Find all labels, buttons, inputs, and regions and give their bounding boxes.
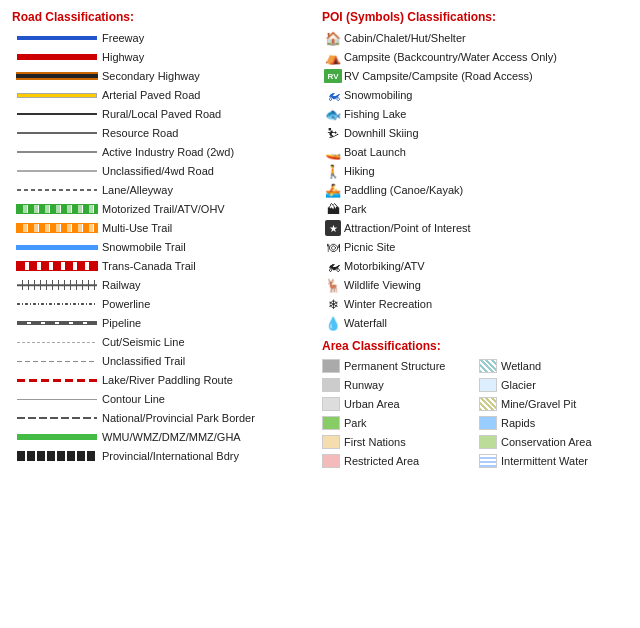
winter-label: Winter Recreation [344,298,432,310]
cutseismic-symbol [12,334,102,350]
contour-symbol [12,391,102,407]
resource-label: Resource Road [102,127,178,139]
paddling-poi-icon: 🚣 [322,183,344,198]
list-item: 🚶 Hiking [322,163,628,179]
list-item: Runway [322,378,471,392]
firstnations-label: First Nations [344,436,406,448]
motorbiking-label: Motorbiking/ATV [344,260,425,272]
list-item: Secondary Highway [12,68,312,84]
runway-label: Runway [344,379,384,391]
multiuse-symbol [12,220,102,236]
list-item: WMU/WMZ/DMZ/MMZ/GHA [12,429,312,445]
skiing-label: Downhill Skiing [344,127,419,139]
list-item: RV RV Campsite/Campsite (Road Access) [322,68,628,84]
park-poi-label: Park [344,203,367,215]
hiking-icon: 🚶 [322,164,344,179]
wmu-label: WMU/WMZ/DMZ/MMZ/GHA [102,431,241,443]
list-item: Freeway [12,30,312,46]
motorized-label: Motorized Trail/ATV/OHV [102,203,225,215]
resource-symbol [12,125,102,141]
list-item: 🏔 Park [322,201,628,217]
rapids-label: Rapids [501,417,535,429]
list-item: Contour Line [12,391,312,407]
rv-icon: RV [322,69,344,83]
wetland-label: Wetland [501,360,541,372]
permanent-swatch [322,359,340,373]
minegravel-swatch [479,397,497,411]
highway-label: Highway [102,51,144,63]
list-item: 🚣 Paddling (Canoe/Kayak) [322,182,628,198]
list-item: Glacier [479,378,628,392]
list-item: 🦌 Wildlife Viewing [322,277,628,293]
list-item: Lane/Alleyway [12,182,312,198]
list-item: Unclassified/4wd Road [12,163,312,179]
rapids-swatch [479,416,497,430]
rv-label: RV Campsite/Campsite (Road Access) [344,70,533,82]
paddling-label: Lake/River Paddling Route [102,374,233,386]
list-item: Railway [12,277,312,293]
list-item: Snowmobile Trail [12,239,312,255]
list-item: 🏍 Motorbiking/ATV [322,258,628,274]
main-layout: Road Classifications: Freeway Highway Se… [12,10,628,471]
park-poi-icon: 🏔 [322,202,344,217]
list-item: Trans-Canada Trail [12,258,312,274]
boatlaunch-label: Boat Launch [344,146,406,158]
list-item: Resource Road [12,125,312,141]
motorbiking-icon: 🏍 [322,259,344,274]
freeway-symbol [12,30,102,46]
waterfall-label: Waterfall [344,317,387,329]
list-item: ★ Attraction/Point of Interest [322,220,628,236]
winter-icon: ❄ [322,297,344,312]
list-item: Restricted Area [322,454,471,468]
list-item: Highway [12,49,312,65]
picnic-label: Picnic Site [344,241,395,253]
list-item: Urban Area [322,397,471,411]
list-item: 🚤 Boat Launch [322,144,628,160]
urban-swatch [322,397,340,411]
transcanada-label: Trans-Canada Trail [102,260,196,272]
list-item: Park [322,416,471,430]
list-item: 💧 Waterfall [322,315,628,331]
list-item: Rapids [479,416,628,430]
firstnations-swatch [322,435,340,449]
intermittent-label: Intermittent Water [501,455,588,467]
pipeline-label: Pipeline [102,317,141,329]
secondary-label: Secondary Highway [102,70,200,82]
attraction-label: Attraction/Point of Interest [344,222,471,234]
paddling-symbol [12,372,102,388]
list-item: Motorized Trail/ATV/OHV [12,201,312,217]
railway-label: Railway [102,279,141,291]
rural-label: Rural/Local Paved Road [102,108,221,120]
pipeline-symbol [12,315,102,331]
railway-symbol [12,277,102,293]
unclasstrail-label: Unclassified Trail [102,355,185,367]
list-item: ⛺ Campsite (Backcountry/Water Access Onl… [322,49,628,65]
secondary-symbol [12,68,102,84]
list-item: Arterial Paved Road [12,87,312,103]
contour-label: Contour Line [102,393,165,405]
list-item: Multi-Use Trail [12,220,312,236]
glacier-label: Glacier [501,379,536,391]
provincial-label: Provincial/International Bdry [102,450,239,462]
park-swatch [322,416,340,430]
lane-label: Lane/Alleyway [102,184,173,196]
fishing-label: Fishing Lake [344,108,406,120]
right-column: POI (Symbols) Classifications: 🏠 Cabin/C… [322,10,628,471]
unclassified-label: Unclassified/4wd Road [102,165,214,177]
left-column: Road Classifications: Freeway Highway Se… [12,10,312,471]
powerline-label: Powerline [102,298,150,310]
waterfall-icon: 💧 [322,316,344,331]
national-symbol [12,410,102,426]
freeway-label: Freeway [102,32,144,44]
transcanada-symbol [12,258,102,274]
glacier-swatch [479,378,497,392]
national-label: National/Provincial Park Border [102,412,255,424]
list-item: Mine/Gravel Pit [479,397,628,411]
restricted-label: Restricted Area [344,455,419,467]
wetland-swatch [479,359,497,373]
wildlife-icon: 🦌 [322,278,344,293]
permanent-label: Permanent Structure [344,360,446,372]
list-item: ❄ Winter Recreation [322,296,628,312]
fishing-icon: 🐟 [322,107,344,122]
paddling-poi-label: Paddling (Canoe/Kayak) [344,184,463,196]
